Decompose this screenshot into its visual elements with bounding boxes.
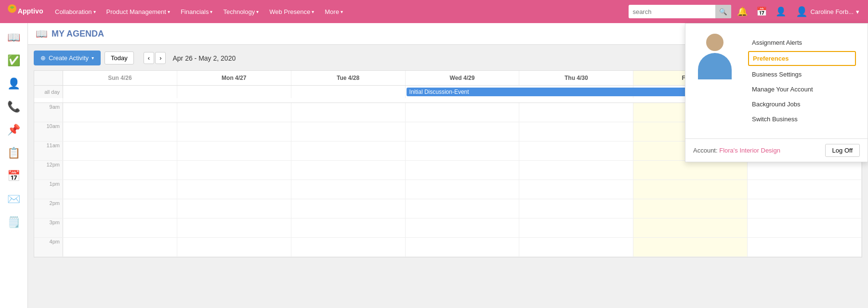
- calendar-nav-icon[interactable]: 📅: [753, 4, 770, 19]
- cell-sat-4pm[interactable]: [748, 238, 862, 257]
- cell-wed-4pm[interactable]: [406, 238, 520, 257]
- search-input[interactable]: [629, 6, 715, 17]
- app-logo[interactable]: Apptivo: [5, 4, 43, 19]
- time-label-11am: 11am: [34, 141, 63, 160]
- cell-wed-3pm[interactable]: [406, 218, 520, 237]
- cell-tue-9am[interactable]: [291, 103, 406, 122]
- date-range: Apr 26 - May 2, 2020: [172, 54, 236, 62]
- cell-fri-4pm[interactable]: [633, 238, 748, 257]
- cell-mon-4pm[interactable]: [177, 238, 291, 257]
- nav-more[interactable]: More ▾: [321, 6, 347, 17]
- sidebar-item-tasks[interactable]: ✅: [3, 50, 25, 71]
- nav-financials[interactable]: Financials ▾: [177, 6, 217, 17]
- menu-manage-account[interactable]: Manage Your Account: [744, 82, 860, 97]
- cell-fri-12pm[interactable]: [633, 161, 748, 180]
- col-header-tue: Tue 4/28: [291, 71, 406, 85]
- time-row-3pm: 3pm: [34, 218, 862, 238]
- cell-fri-2pm[interactable]: [633, 199, 748, 218]
- cell-thu-12pm[interactable]: [519, 161, 633, 180]
- cell-mon-12pm[interactable]: [177, 161, 291, 180]
- cell-thu-2pm[interactable]: [519, 199, 633, 218]
- sidebar-item-pin[interactable]: 📌: [3, 119, 25, 141]
- cell-sun-3pm[interactable]: [63, 218, 177, 237]
- cell-mon-9am[interactable]: [177, 103, 291, 122]
- cell-tue-1pm[interactable]: [291, 180, 406, 199]
- cell-tue-11am[interactable]: [291, 141, 406, 160]
- create-activity-button[interactable]: ⊕ Create Activity ▾: [34, 51, 101, 65]
- avatar-body: [698, 53, 732, 79]
- cell-mon-2pm[interactable]: [177, 199, 291, 218]
- next-button[interactable]: ›: [155, 52, 166, 64]
- cell-sat-12pm[interactable]: [748, 161, 862, 180]
- cell-fri-1pm[interactable]: [633, 180, 748, 199]
- cell-thu-4pm[interactable]: [519, 238, 633, 257]
- cell-wed-2pm[interactable]: [406, 199, 520, 218]
- nav-technology[interactable]: Technology ▾: [219, 6, 263, 17]
- menu-business-settings[interactable]: Business Settings: [744, 67, 860, 82]
- cell-tue-3pm[interactable]: [291, 218, 406, 237]
- search-button[interactable]: 🔍: [715, 5, 731, 18]
- cell-thu-11am[interactable]: [519, 141, 633, 160]
- cell-sun-10am[interactable]: [63, 122, 177, 141]
- sidebar-item-calendar[interactable]: 📅: [3, 166, 25, 187]
- cell-sun-11am[interactable]: [63, 141, 177, 160]
- nav-collaboration[interactable]: Collaboration ▾: [51, 6, 100, 17]
- sidebar-item-notes[interactable]: 🗒️: [3, 212, 25, 233]
- cell-thu-1pm[interactable]: [519, 180, 633, 199]
- cell-wed-12pm[interactable]: [406, 161, 520, 180]
- cell-sat-2pm[interactable]: [748, 199, 862, 218]
- svg-text:Apptivo: Apptivo: [18, 7, 43, 15]
- account-name-link[interactable]: Flora's Interior Design: [719, 147, 780, 154]
- time-label-10am: 10am: [34, 122, 63, 141]
- cell-mon-10am[interactable]: [177, 122, 291, 141]
- cell-fri-3pm[interactable]: [633, 218, 748, 237]
- time-label-3pm: 3pm: [34, 218, 63, 237]
- cell-sun-9am[interactable]: [63, 103, 177, 122]
- cell-sun-4pm[interactable]: [63, 238, 177, 257]
- logoff-button[interactable]: Log Off: [825, 144, 860, 157]
- cell-thu-10am[interactable]: [519, 122, 633, 141]
- plus-icon: ⊕: [40, 54, 46, 62]
- cell-sun-1pm[interactable]: [63, 180, 177, 199]
- cell-tue-4pm[interactable]: [291, 238, 406, 257]
- sidebar-item-home[interactable]: 📖: [3, 27, 25, 48]
- sidebar-item-list[interactable]: 📋: [3, 142, 25, 164]
- nav-product-management[interactable]: Product Management ▾: [103, 6, 174, 17]
- cell-mon-1pm[interactable]: [177, 180, 291, 199]
- cell-mon-11am[interactable]: [177, 141, 291, 160]
- today-button[interactable]: Today: [105, 51, 134, 64]
- contacts-nav-icon[interactable]: 👤: [773, 4, 789, 19]
- chevron-down-icon: ▾: [168, 9, 170, 14]
- chevron-down-icon: ▾: [256, 9, 259, 14]
- cell-tue-10am[interactable]: [291, 122, 406, 141]
- menu-preferences[interactable]: Preferences: [748, 51, 856, 66]
- user-menu-button[interactable]: 👤 Caroline Forb... ▾: [792, 4, 863, 19]
- cell-sun-2pm[interactable]: [63, 199, 177, 218]
- cell-thu-9am[interactable]: [519, 103, 633, 122]
- cell-thu-3pm[interactable]: [519, 218, 633, 237]
- notifications-icon[interactable]: 🔔: [734, 4, 750, 19]
- cell-wed-11am[interactable]: [406, 141, 520, 160]
- cell-sat-1pm[interactable]: [748, 180, 862, 199]
- cell-sat-3pm[interactable]: [748, 218, 862, 237]
- cell-wed-9am[interactable]: [406, 103, 520, 122]
- prev-button[interactable]: ‹: [144, 52, 154, 64]
- chevron-down-icon: ▾: [856, 8, 859, 15]
- cell-tue-12pm[interactable]: [291, 161, 406, 180]
- user-name: Caroline Forb...: [810, 8, 854, 15]
- cell-wed-1pm[interactable]: [406, 180, 520, 199]
- menu-background-jobs[interactable]: Background Jobs: [744, 97, 860, 112]
- cell-wed-10am[interactable]: [406, 122, 520, 141]
- time-row-2pm: 2pm: [34, 199, 862, 218]
- menu-switch-business[interactable]: Switch Business: [744, 112, 860, 127]
- nav-web-presence[interactable]: Web Presence ▾: [265, 6, 318, 17]
- menu-assignment-alerts[interactable]: Assignment Alerts: [744, 35, 860, 50]
- cell-tue-2pm[interactable]: [291, 199, 406, 218]
- sidebar-item-mail[interactable]: ✉️: [3, 189, 25, 210]
- col-header-mon: Mon 4/27: [177, 71, 291, 85]
- cell-mon-3pm[interactable]: [177, 218, 291, 237]
- cell-sun-12pm[interactable]: [63, 161, 177, 180]
- chevron-down-icon: ▾: [210, 9, 212, 14]
- sidebar-item-contacts[interactable]: 👤: [3, 73, 25, 94]
- sidebar-item-phone[interactable]: 📞: [3, 96, 25, 117]
